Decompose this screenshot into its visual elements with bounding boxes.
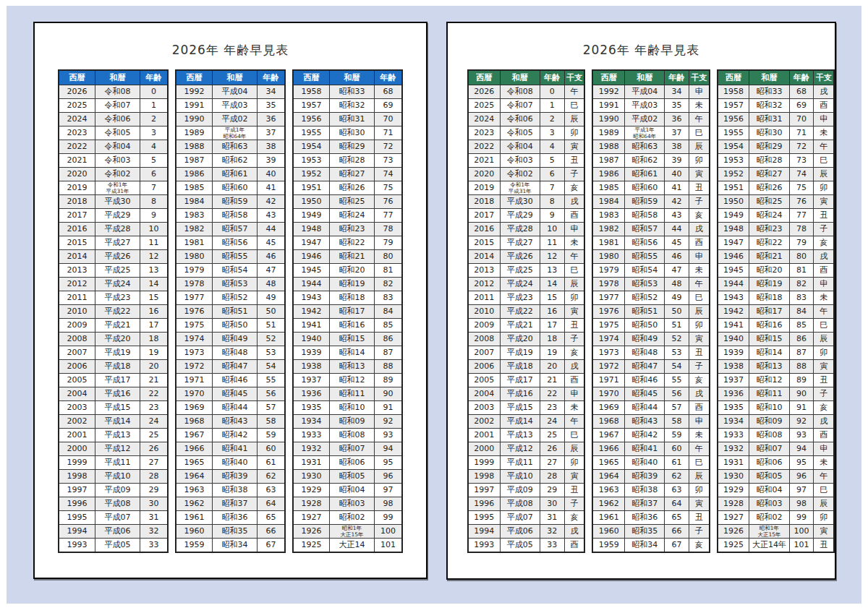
cell-eto: 卯 [689,154,709,168]
table-row: 1985昭和6041丑 [592,181,709,195]
cell-age: 32 [140,525,169,539]
table-row: 1942昭和1784 [293,305,402,319]
cell-wareki: 昭和53 [213,278,258,291]
cell-age: 26 [140,442,169,456]
table-row: 1972昭和4754子 [592,360,709,374]
table-row: 1939昭和1487卯 [718,346,834,360]
cell-age: 48 [258,278,286,291]
cell-age: 45 [258,236,286,250]
table-row: 2017平成299 [59,209,168,223]
cell-eto: 亥 [814,401,834,415]
table-row: 1927昭和0299 [293,511,402,525]
table-row: 1945昭和2081 [293,264,402,278]
cell-seireki: 2013 [59,264,95,278]
table-row: 1974昭和4952寅 [592,333,709,346]
cell-age: 25 [140,429,169,442]
page-title: 2026年 年齢早見表 [35,42,426,59]
column-header-cell-age: 年齢 [258,70,286,85]
cell-seireki: 1965 [176,456,213,470]
cell-eto: 巳 [814,154,834,168]
table-row: 1949昭和2477丑 [718,209,834,223]
table-row: 1983昭和5843 [176,209,285,223]
cell-wareki: 平成07 [95,511,140,525]
cell-wareki: 昭和38 [213,484,258,497]
cell-wareki: 平成23 [95,291,140,305]
cell-seireki: 1984 [592,195,624,209]
cell-age: 15 [540,291,564,305]
table-row: 2000平成1226辰 [468,442,584,456]
cell-wareki: 昭和36 [625,511,665,525]
cell-wareki: 平成26 [95,250,140,264]
cell-age: 77 [375,209,403,223]
cell-age: 7 [540,181,564,195]
table-row: 2010平成2216 [59,305,168,319]
cell-seireki: 1960 [176,525,213,539]
cell-age: 92 [375,415,403,429]
cell-eto: 巳 [814,319,834,333]
table-row: 1982昭和5744戌 [592,223,709,236]
cell-seireki: 1981 [176,236,213,250]
cell-age: 78 [789,223,814,236]
table-row: 1964昭和3962 [176,470,285,484]
cell-age: 94 [789,442,814,456]
cell-seireki: 1952 [293,168,330,181]
cell-seireki: 1985 [176,181,213,195]
cell-age: 20 [540,360,564,374]
table-row: 1979昭和5447未 [592,264,709,278]
cell-wareki: 昭和09 [749,415,789,429]
cell-seireki: 1982 [592,223,624,236]
cell-age: 6 [540,168,564,181]
cell-wareki: 昭和13 [330,360,375,374]
cell-age: 101 [789,539,814,553]
table-row: 2019令和1年 平成31年7 [59,181,168,195]
cell-seireki: 2016 [468,223,500,236]
cell-age: 10 [540,223,564,236]
cell-eto: 丑 [814,374,834,387]
table-row: 1973昭和4853 [176,346,285,360]
cell-wareki: 昭和12 [749,374,789,387]
cell-eto: 未 [814,291,834,305]
cell-seireki: 1994 [59,525,95,539]
cell-wareki: 令和04 [500,140,540,154]
table-row: 1971昭和4655 [176,374,285,387]
cell-seireki: 2018 [468,195,500,209]
cell-seireki: 1992 [176,85,213,99]
table-row: 1944昭和1982 [293,278,402,291]
cell-seireki: 1941 [718,319,749,333]
cell-age: 25 [540,429,564,442]
table-row: 1987昭和6239 [176,154,285,168]
cell-age: 63 [258,484,286,497]
table-row: 2005平成1721 [59,374,168,387]
cell-wareki: 昭和54 [213,264,258,278]
cell-seireki: 1974 [592,333,624,346]
cell-age: 87 [789,346,814,360]
cell-wareki: 令和06 [500,113,540,127]
cell-seireki: 1987 [176,154,213,168]
cell-eto: 子 [564,497,584,511]
cell-seireki: 1999 [59,456,95,470]
cell-seireki: 1990 [176,113,213,127]
table-row: 1943昭和1883未 [718,291,834,305]
cell-wareki: 昭和16 [330,319,375,333]
cell-wareki: 昭和51 [625,305,665,319]
cell-seireki: 1968 [176,415,213,429]
cell-eto: 酉 [689,236,709,250]
table-row: 1990平成0236午 [592,113,709,127]
cell-wareki: 平成10 [95,470,140,484]
cell-eto: 寅 [814,360,834,374]
cell-seireki: 1969 [176,401,213,415]
cell-wareki: 昭和62 [625,154,665,168]
cell-wareki: 昭和19 [330,278,375,291]
cell-age: 62 [258,470,286,484]
cell-eto: 巳 [689,456,709,470]
cell-eto: 申 [689,250,709,264]
cell-seireki: 1988 [592,140,624,154]
table-row: 1969昭和4457 [176,401,285,415]
cell-wareki: 昭和33 [330,85,375,99]
cell-age: 81 [789,264,814,278]
cell-eto: 午 [689,442,709,456]
table-row: 1959昭和3467亥 [592,539,709,553]
cell-age: 24 [140,415,169,429]
cell-wareki: 平成21 [500,319,540,333]
cell-seireki: 1927 [293,511,330,525]
